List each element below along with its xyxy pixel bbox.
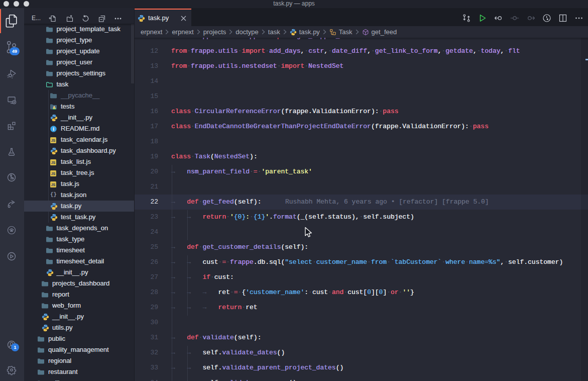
svg-text:JS: JS bbox=[51, 172, 56, 175]
svg-text:JS: JS bbox=[51, 161, 56, 164]
svg-text:i: i bbox=[53, 127, 54, 132]
svg-text:JS: JS bbox=[51, 183, 56, 186]
svg-text:JS: JS bbox=[51, 139, 56, 142]
